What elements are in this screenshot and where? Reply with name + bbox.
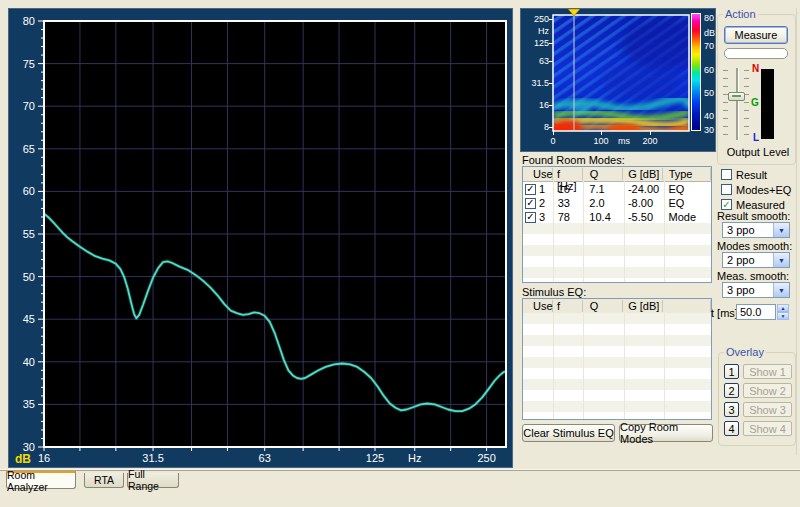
q-cell: 2.0 — [582, 196, 623, 210]
x-tick-label: Hz — [408, 452, 421, 464]
row-index: 3 — [539, 210, 545, 224]
t-ms-input[interactable]: 50.0 — [736, 304, 776, 320]
f-cell: 33 — [553, 196, 583, 210]
column-separator — [664, 313, 665, 419]
empty-rows — [523, 223, 711, 282]
spectro-y-tick — [549, 105, 553, 106]
column-header: G [dB] — [623, 300, 663, 312]
spectro-y-tick — [549, 61, 553, 62]
tab-full-range[interactable]: Full Range — [127, 473, 179, 488]
spectro-y-tick — [549, 43, 553, 44]
spectro-y-label: 63 — [539, 57, 549, 66]
combobox-value: 2 ppo — [723, 254, 773, 266]
option-checkbox-row[interactable]: Result — [721, 168, 767, 181]
spectro-x-tick — [601, 131, 602, 135]
response-chart-panel[interactable]: 80757065605550454035301631.563125Hz250dB — [8, 8, 513, 468]
overlay-show-button[interactable]: Show 3 — [743, 402, 792, 417]
slider-thumb[interactable] — [728, 92, 745, 101]
table-header: Usef [Hz]QG [dB] — [523, 299, 711, 314]
table-row[interactable]: ✓37810.4-5.50Mode — [523, 210, 711, 224]
colorbar-label: 30 — [704, 126, 714, 135]
table-row[interactable]: ✓2332.0-8.00EQ — [523, 196, 711, 210]
column-header: f [Hz] — [553, 168, 583, 180]
y-tick-label: 45 — [23, 313, 35, 325]
colorbar-label: 70 — [704, 42, 714, 51]
x-tick-label: 250 — [477, 452, 495, 464]
y-tick-label: 40 — [23, 356, 35, 368]
copy-room-modes-button[interactable]: Copy Room Modes — [619, 424, 713, 442]
checkbox-label: Modes+EQ — [736, 184, 791, 196]
column-header — [663, 300, 711, 312]
meter-g-label: G — [751, 97, 759, 108]
x-tick-label: 16 — [38, 452, 50, 464]
response-chart[interactable]: 80757065605550454035301631.563125Hz250dB — [9, 9, 512, 467]
smooth-label: Meas. smooth: — [717, 270, 789, 282]
measure-button[interactable]: Measure — [724, 26, 788, 44]
spectro-x-label: 200 — [642, 137, 658, 146]
stimulus-eq-table[interactable]: Usef [Hz]QG [dB] — [522, 298, 712, 420]
overlay-number-button[interactable]: 1 — [724, 364, 739, 379]
option-checkbox-row[interactable]: Modes+EQ — [721, 183, 791, 196]
use-checkbox[interactable]: ✓ — [525, 184, 536, 195]
spectro-y-label: 125 — [534, 39, 549, 48]
use-cell: ✓2 — [523, 196, 553, 210]
level-meter — [761, 69, 774, 139]
tab-room-analyzer[interactable]: Room Analyzer — [6, 471, 76, 489]
overlay-number-button[interactable]: 3 — [724, 402, 739, 417]
found-room-modes-table[interactable]: Usef [Hz]QG [dB]Type✓1167.1-24.00EQ✓2332… — [522, 166, 712, 283]
overlay-show-button[interactable]: Show 2 — [743, 383, 792, 398]
colorbar — [691, 13, 701, 131]
spectro-y-label: 16 — [539, 101, 549, 110]
spinner-down-icon[interactable]: ▼ — [777, 312, 789, 320]
overlay-show-button[interactable]: Show 1 — [743, 364, 792, 379]
checkbox[interactable]: ✓ — [721, 199, 732, 210]
y-tick-label: 75 — [23, 58, 35, 70]
table-row[interactable]: ✓1167.1-24.00EQ — [523, 182, 711, 196]
slider-track[interactable] — [736, 68, 739, 140]
use-checkbox[interactable]: ✓ — [525, 212, 536, 223]
chevron-down-icon[interactable]: ▼ — [773, 223, 789, 237]
y-tick-label: 65 — [23, 143, 35, 155]
overlay-number-button[interactable]: 2 — [724, 383, 739, 398]
y-tick-label: 80 — [23, 15, 35, 27]
spinner-up-icon[interactable]: ▲ — [777, 304, 789, 312]
smooth-combobox[interactable]: 3 ppo▼ — [722, 282, 790, 298]
empty-rows — [523, 313, 711, 419]
smooth-label: Modes smooth: — [717, 240, 792, 252]
row-index: 2 — [539, 196, 545, 210]
checkbox[interactable] — [721, 184, 732, 195]
smooth-combobox[interactable]: 3 ppo▼ — [722, 222, 790, 238]
tab-rta[interactable]: RTA — [84, 473, 124, 488]
use-cell: ✓1 — [523, 182, 553, 196]
column-separator — [583, 181, 584, 282]
q-cell: 7.1 — [582, 182, 623, 196]
spectro-y-label: Hz — [538, 27, 549, 36]
spectrogram-image[interactable] — [521, 9, 715, 151]
column-header: f [Hz] — [553, 300, 583, 312]
chevron-down-icon[interactable]: ▼ — [773, 253, 789, 267]
spectro-x-label: 0 — [545, 137, 561, 146]
overlay-number-button[interactable]: 4 — [724, 421, 739, 436]
f-cell: 16 — [553, 182, 583, 196]
checkbox-label: Measured — [736, 199, 785, 211]
column-header: Use — [523, 168, 553, 180]
x-tick-label: 125 — [366, 452, 384, 464]
y-tick-label: 35 — [23, 398, 35, 410]
spectro-y-tick — [549, 83, 553, 84]
output-level-label: Output Level — [720, 146, 796, 158]
found-room-modes-title: Found Room Modes: — [522, 154, 625, 166]
colorbar-label: 40 — [704, 112, 714, 121]
row-index: 1 — [539, 182, 545, 196]
combobox-value: 3 ppo — [723, 224, 773, 236]
smooth-combobox[interactable]: 2 ppo▼ — [722, 252, 790, 268]
stimulus-eq-title: Stimulus EQ: — [522, 286, 586, 298]
type-cell: EQ — [663, 196, 711, 210]
t-ms-spinner[interactable]: ▲ ▼ — [777, 304, 789, 320]
q-cell: 10.4 — [582, 210, 623, 224]
use-checkbox[interactable]: ✓ — [525, 198, 536, 209]
chevron-down-icon[interactable]: ▼ — [773, 283, 789, 297]
clear-stimulus-eq-button[interactable]: Clear Stimulus EQ — [522, 424, 615, 442]
overlay-show-button[interactable]: Show 4 — [743, 421, 792, 436]
spectrogram-panel[interactable]: 250Hz1256331.51680100ms20080dB7060504030 — [520, 8, 716, 152]
checkbox[interactable] — [721, 169, 732, 180]
